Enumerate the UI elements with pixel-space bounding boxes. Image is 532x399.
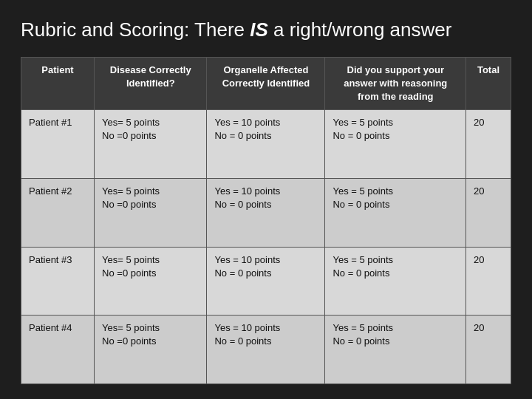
- cell-disease: Yes= 5 pointsNo =0 points: [95, 110, 207, 179]
- cell-total: 20: [466, 178, 511, 247]
- cell-organelle: Yes = 10 pointsNo = 0 points: [207, 247, 325, 316]
- table-row: Patient #3Yes= 5 pointsNo =0 pointsYes =…: [21, 247, 511, 316]
- cell-total: 20: [466, 247, 511, 316]
- cell-patient: Patient #4: [21, 316, 95, 384]
- table-header-row: Patient Disease Correctly Identified? Or…: [21, 57, 511, 110]
- cell-reasoning: Yes = 5 pointsNo = 0 points: [325, 247, 466, 316]
- cell-disease: Yes= 5 pointsNo =0 points: [95, 247, 207, 316]
- cell-disease: Yes= 5 pointsNo =0 points: [95, 178, 207, 247]
- rubric-table: Patient Disease Correctly Identified? Or…: [21, 57, 511, 385]
- cell-patient: Patient #3: [21, 247, 95, 316]
- table-row: Patient #1Yes= 5 pointsNo =0 pointsYes =…: [21, 110, 511, 179]
- cell-total: 20: [466, 316, 511, 384]
- title-prefix: Rubric and Scoring: There: [21, 18, 250, 41]
- header-disease: Disease Correctly Identified?: [95, 57, 207, 110]
- cell-reasoning: Yes = 5 pointsNo = 0 points: [325, 110, 466, 179]
- header-reasoning: Did you support your answer with reasoni…: [325, 57, 466, 110]
- slide: Rubric and Scoring: There IS a right/wro…: [0, 0, 532, 399]
- slide-title: Rubric and Scoring: There IS a right/wro…: [21, 18, 511, 42]
- table-row: Patient #4Yes= 5 pointsNo =0 pointsYes =…: [21, 316, 511, 384]
- cell-patient: Patient #2: [21, 178, 95, 247]
- cell-patient: Patient #1: [21, 110, 95, 179]
- title-highlight: IS: [250, 18, 268, 41]
- cell-organelle: Yes = 10 pointsNo = 0 points: [207, 110, 325, 179]
- cell-organelle: Yes = 10 pointsNo = 0 points: [207, 178, 325, 247]
- header-organelle: Organelle Affected Correctly Identified: [207, 57, 325, 110]
- cell-disease: Yes= 5 pointsNo =0 points: [95, 316, 207, 384]
- cell-organelle: Yes = 10 pointsNo = 0 points: [207, 316, 325, 384]
- cell-reasoning: Yes = 5 pointsNo = 0 points: [325, 178, 466, 247]
- header-total: Total: [466, 57, 511, 110]
- cell-reasoning: Yes = 5 pointsNo = 0 points: [325, 316, 466, 384]
- cell-total: 20: [466, 110, 511, 179]
- title-suffix: a right/wrong answer: [268, 18, 452, 41]
- header-patient: Patient: [21, 57, 95, 110]
- table-row: Patient #2Yes= 5 pointsNo =0 pointsYes =…: [21, 178, 511, 247]
